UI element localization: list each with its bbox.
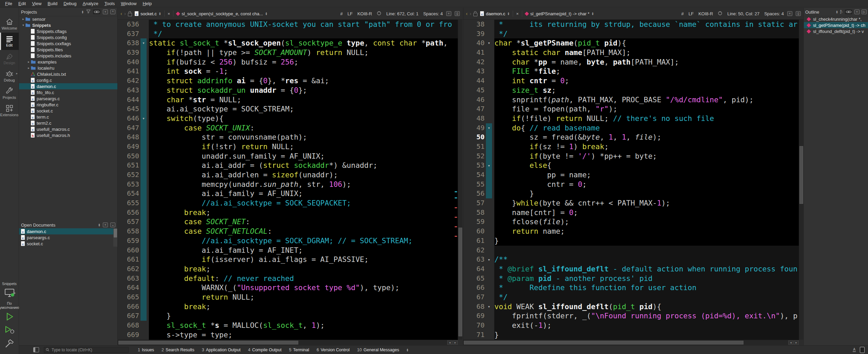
line-number[interactable]: 65	[463, 274, 494, 283]
line-number[interactable]: 69	[463, 311, 494, 321]
scroll-left-icon[interactable]: ◂	[788, 340, 793, 345]
file-permissions-icon[interactable]	[377, 11, 381, 17]
close-panel-icon[interactable]: ▷	[862, 10, 867, 14]
code-line[interactable]: struct addrinfo ai = {0}, *res = &ai;	[149, 76, 458, 86]
code-line[interactable]: sz = fread(&byte, 1, 1, file);	[494, 132, 799, 142]
code-line[interactable]: return NULL;	[149, 293, 458, 302]
chevron-down-icon[interactable]: ▾	[21, 23, 25, 27]
close-split-icon[interactable]: ▯	[455, 11, 460, 16]
code-line[interactable]: pp = name;	[494, 170, 799, 180]
file-permissions-icon[interactable]	[718, 11, 722, 17]
file-name[interactable]: socket.c	[140, 11, 157, 16]
fold-marker-icon[interactable]: ▾	[139, 38, 148, 48]
code-line[interactable]: sl_sock_t *s = MALLOC(sl_sock_t, 1);	[149, 321, 458, 330]
tree-item-socket.c[interactable]: csocket.c	[19, 108, 117, 114]
line-number[interactable]: 669	[118, 330, 149, 340]
code-line[interactable]: unaddr.sun_family = AF_UNIX;	[149, 152, 458, 161]
code-line[interactable]: exit(-1);	[494, 321, 799, 330]
code-line[interactable]: int cntr = 0;	[494, 76, 799, 86]
document-dropdown[interactable]: ▲▼	[159, 12, 161, 15]
chevron-right-icon[interactable]: ▸	[21, 17, 25, 21]
panel-mode-dropdown[interactable]: ▲▼	[836, 10, 838, 14]
line-number[interactable]: 39	[463, 29, 494, 39]
line-number[interactable]: 59	[463, 217, 494, 227]
go-forward-icon[interactable]: ›	[470, 11, 471, 16]
open-document-socket.c[interactable]: csocket.c	[19, 241, 117, 247]
menu-debug[interactable]: Debug	[60, 1, 79, 6]
code-line[interactable]: if(!path || type >= SOCKT_AMOUNT) return…	[149, 48, 458, 57]
fold-marker-icon[interactable]: ▾	[485, 302, 493, 312]
code-line[interactable]: }	[149, 311, 458, 321]
go-back-icon[interactable]: ‹	[120, 11, 122, 16]
file-name[interactable]: daemon.c	[486, 11, 505, 16]
line-number[interactable]: 48	[463, 114, 494, 123]
code-line[interactable]: struct sockaddr_un unaddr = {0};	[149, 86, 458, 95]
split-editor-icon[interactable]: +	[446, 11, 451, 16]
menu-tools[interactable]: Tools	[101, 1, 118, 6]
indent-setting[interactable]: Spaces: 4	[764, 11, 784, 16]
code-line[interactable]: static char name[PATH_MAX];	[494, 48, 799, 57]
tree-item-Snippets.cflags[interactable]: Snippets.cflags	[19, 28, 117, 34]
mode-edit[interactable]: Edit	[0, 33, 19, 50]
tree-item-daemon.c[interactable]: cdaemon.c	[19, 83, 117, 89]
line-number[interactable]: 636	[118, 20, 149, 29]
code-line[interactable]: * to create anonymous UNIX-socket you ca…	[149, 20, 458, 29]
code-line[interactable]: * @param pid - another process' pid	[494, 274, 799, 283]
code-line[interactable]: size_t sz;	[494, 86, 799, 95]
code-line[interactable]: do{ // read basename	[494, 123, 799, 133]
code-line[interactable]: if(!str) return NULL;	[149, 142, 458, 152]
line-number[interactable]: 71	[463, 330, 494, 340]
mode-debug[interactable]: Debug▸	[0, 67, 19, 85]
locator-field[interactable]	[44, 347, 129, 353]
run-button[interactable]	[4, 312, 15, 323]
vertical-scrollbar[interactable]	[458, 20, 463, 340]
menu-file[interactable]: File	[2, 1, 15, 6]
menu-help[interactable]: Help	[139, 1, 155, 6]
code-line[interactable]: * Redefine this function for user action	[494, 283, 799, 293]
scrollbar[interactable]	[113, 228, 117, 247]
tree-item-Snippets.includes[interactable]: Snippets.includes	[19, 53, 117, 59]
fold-marker-icon[interactable]: ▾	[485, 161, 493, 171]
code-line[interactable]: ai.ai_family = AF_INET;	[149, 246, 458, 255]
chevron-right-icon[interactable]: ▸	[26, 66, 31, 70]
code-line[interactable]: if(sz != 1) break;	[494, 142, 799, 152]
text-size-icon[interactable]: A	[853, 348, 856, 352]
line-number[interactable]: 45	[463, 86, 494, 95]
code-line[interactable]: if(!file) return NULL; // there's no suc…	[494, 114, 799, 123]
current-symbol[interactable]: sl_sock_open(sl_socktype_e, const cha...	[182, 11, 263, 16]
code-line[interactable]: char *str = NULL;	[149, 95, 458, 105]
build-button[interactable]	[4, 338, 15, 350]
line-number[interactable]: 62	[463, 246, 494, 255]
code-line[interactable]: s->type = type;	[149, 330, 458, 340]
code-view[interactable]: * its returning by strdup, because `name…	[494, 20, 799, 340]
tree-item-parseargs.c[interactable]: cparseargs.c	[19, 95, 117, 102]
tree-item-ringbuffer.c[interactable]: cringbuffer.c	[19, 102, 117, 108]
mode-welcome[interactable]: Welcome	[0, 15, 19, 33]
collapse-all-icon[interactable]: ^	[110, 10, 115, 14]
code-line[interactable]: else{	[494, 161, 799, 170]
output-tab-search-results[interactable]: 2Search Results	[158, 348, 198, 352]
output-tab-general-messages[interactable]: 10General Messages	[353, 348, 403, 352]
code-line[interactable]: /**	[494, 255, 799, 264]
open-document-daemon.c[interactable]: cdaemon.c	[19, 228, 117, 234]
horizontal-scrollbar[interactable]: ◂ ▸	[118, 340, 458, 345]
tree-item-Snippets[interactable]: ▾Snippets	[19, 22, 117, 28]
line-number[interactable]: 61	[463, 236, 494, 246]
code-area[interactable]: 6366376386396406416426436446456466476486…	[118, 20, 463, 340]
code-line[interactable]: }	[494, 236, 799, 246]
panel-mode-dropdown[interactable]: ▲▼	[98, 223, 100, 227]
code-line[interactable]	[494, 246, 799, 255]
line-number[interactable]: 47	[463, 104, 494, 114]
code-line[interactable]: }	[494, 189, 799, 198]
line-number[interactable]: 44	[463, 76, 494, 86]
code-line[interactable]: case SOCKT_NETLOCAL:	[149, 227, 458, 236]
menu-window[interactable]: Window	[118, 1, 139, 6]
code-line[interactable]: */	[494, 293, 799, 302]
split-panel-icon[interactable]: +	[103, 223, 108, 227]
menu-view[interactable]: View	[29, 1, 44, 6]
code-line[interactable]: }	[494, 330, 799, 340]
tree-item-usefull_macros.c[interactable]: cusefull_macros.c	[19, 126, 117, 132]
line-number[interactable]: 67	[463, 293, 494, 302]
line-ending-hash[interactable]: #	[340, 11, 343, 16]
code-line[interactable]: char *pp = name, byte, path[PATH_MAX];	[494, 57, 799, 67]
